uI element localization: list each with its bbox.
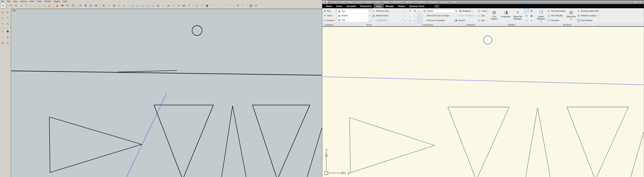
move-icon[interactable]: ✚ [60,3,65,8]
command-line-button[interactable]: ▭ [524,8,529,13]
new-viewport-button[interactable]: ❏✶New [477,9,487,13]
short-edge-line[interactable] [118,71,177,72]
ucs-y-button[interactable]: ∟ [408,13,412,18]
triangle-peak[interactable] [526,108,550,177]
toggle-terrain-icon[interactable]: ▱ [106,3,112,8]
undo-icon[interactable]: ↶ [236,3,240,8]
views-list-scrollbar[interactable]: ▲▼≡ [368,9,371,22]
follow-me-icon[interactable]: ↺ [70,3,76,8]
view-list-item-left[interactable]: ▣Left [337,18,368,22]
autocad-logo-icon[interactable]: A [322,1,328,4]
make-component-icon[interactable]: ◇ [32,3,37,8]
circle-entity[interactable] [192,26,202,36]
tape-measure-icon[interactable]: ◎ [42,3,47,8]
orbit-button[interactable]: ⟲Orbit▾ [323,13,336,18]
smoove-icon[interactable]: ◪ [140,3,145,8]
tab-output[interactable]: Output [396,4,407,8]
ucs-z-axis-vector-button[interactable]: ∟ [417,13,422,18]
freehand-icon[interactable]: ∿ [5,21,10,27]
text-window-button[interactable]: AText Window [577,18,598,23]
long-edge-line-blue[interactable] [322,77,644,85]
menu-item-file[interactable]: File [1,0,4,2]
menu-item-edit[interactable]: Edit [340,1,344,4]
cut-icon[interactable]: ✂ [212,3,217,8]
line-icon[interactable]: ✏ [8,3,14,8]
partial-edge-right[interactable] [631,132,644,177]
tab-annotate[interactable]: Annotate [344,4,358,8]
ucs-object-button[interactable]: ▱ [408,18,412,23]
menu-item-draw[interactable]: Draw [384,1,389,4]
menu-item-modify[interactable]: Modify [406,1,412,4]
copy-icon[interactable]: ❑ [217,3,222,8]
menu-item-window[interactable]: Window [441,1,448,4]
zoom-extents-button[interactable]: ◎Extents▾ [323,18,336,23]
add-detail-icon[interactable]: ◍ [156,3,160,8]
menu-item-tools[interactable]: Tools [375,1,380,4]
clipboard-button[interactable]: ✎ [529,18,534,23]
ucs-named-button[interactable]: ⊡ [408,8,412,13]
line-icon[interactable]: ✏ [5,10,10,15]
erase-icon[interactable]: ✗ [228,3,233,8]
drape-icon[interactable]: ◪ [150,3,156,8]
tab-manage[interactable]: Manage [384,4,396,8]
text-icon[interactable]: T [5,34,10,40]
menu-item-help[interactable]: Help [63,0,67,2]
scroll-up-icon[interactable]: ▲ [369,10,370,11]
construction-line-blue[interactable] [126,93,167,177]
sandbox-from-scratch-icon[interactable]: ◪ [135,3,140,8]
model-info-icon[interactable]: ℹ [254,3,258,8]
rotate-icon[interactable]: ↻ [65,3,70,8]
ucs-button[interactable]: ∟ [403,8,408,13]
ucs-3-point-button[interactable]: ∟ [417,18,422,23]
orbit-icon[interactable]: ⟳ [78,3,83,8]
share-model-icon[interactable]: ▲ [122,3,127,8]
ucs-view-button[interactable]: ▱ [412,18,417,23]
circle-icon[interactable]: ● [0,15,5,21]
tape-measure-icon[interactable]: ◎ [0,29,5,34]
ucs-y-label[interactable]: Y [326,149,328,152]
markup-sets-button[interactable]: ≡ [524,18,529,23]
minimize-button[interactable]: ─ [629,1,633,4]
push-pull-icon[interactable]: ▲ [55,3,60,8]
clip-viewport-button[interactable]: ▭Clip [477,13,487,18]
sketchup-canvas[interactable]: Top [11,9,322,177]
menu-item-dimension[interactable]: Dimension [392,1,402,4]
3d-text-icon[interactable]: A [5,40,10,46]
section-plane-icon[interactable]: ▰ [166,3,171,8]
scroll-split-icon[interactable]: ≡ [369,20,370,22]
arc-icon[interactable]: ◠ [24,3,29,8]
menu-item-view[interactable]: View [13,0,17,2]
menu-item-plugins[interactable]: Plugins [54,0,60,2]
arc-icon[interactable]: ◠ [5,15,10,21]
open-icon[interactable]: ❐ [199,3,204,8]
circle-icon[interactable]: ● [18,3,24,8]
menu-item-window[interactable]: Window [44,0,51,2]
menu-item-tools[interactable]: Tools [37,0,41,2]
flip-edge-icon[interactable]: ◇ [160,3,166,8]
menu-item-format[interactable]: Format [365,1,372,4]
previous-view-button[interactable]: ↩Previous View [372,9,389,13]
triangle-right[interactable] [49,117,142,172]
dimension-icon[interactable]: ✱ [5,29,10,34]
selection-box-icon[interactable]: ▭ [171,3,176,8]
cascade-button[interactable]: ❒Cascade [547,18,565,23]
place-model-icon[interactable]: ⊕ [112,3,117,8]
switch-windows-button[interactable]: ❐Switch Windows▾ [536,9,546,23]
properties-button[interactable]: ◨Properties [500,9,511,23]
window-locking-button[interactable]: ⊠Window Locking▾ [577,13,598,18]
rectangle-icon[interactable]: ■ [14,3,18,8]
redo-icon[interactable]: ↷ [240,3,246,8]
get-models-icon[interactable]: ▼ [117,3,122,8]
protractor-icon[interactable]: ◔ [0,34,5,40]
dialog-launcher-icon[interactable]: ◿ [598,25,599,26]
zoom-icon[interactable]: ◎ [88,3,94,8]
menu-item-help[interactable]: Help [452,1,456,4]
menu-item-camera[interactable]: Camera [20,0,27,2]
triangle-v2[interactable] [252,105,310,177]
quickcalc-button[interactable]: ⊞ [524,13,529,18]
eraser-icon[interactable]: ▰ [37,3,42,8]
tab-view[interactable]: View [374,4,384,8]
ucs-origin-button[interactable]: ∟ [417,8,422,13]
get-current-view-icon[interactable]: ⊕ [101,3,106,8]
tile-horizontally-button[interactable]: ⊟Tile Horizontally [547,9,565,13]
